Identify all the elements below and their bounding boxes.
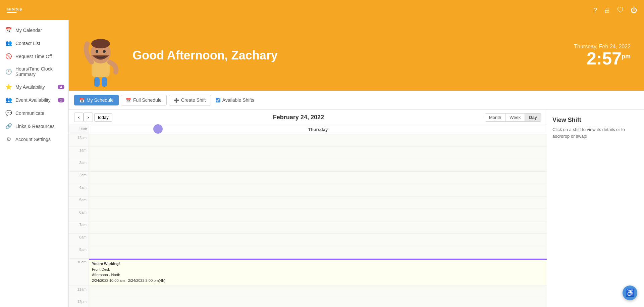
- calendar-date-title: February 24, 2022: [112, 114, 485, 121]
- create-shift-tab-icon: ➕: [174, 98, 179, 103]
- sidebar-item-my-calendar[interactable]: 📅 My Calendar: [0, 24, 68, 37]
- cal-cell-6am[interactable]: [89, 209, 547, 221]
- time-label-6am: 6am: [69, 209, 89, 221]
- cal-row-8am: 8am: [69, 234, 547, 246]
- sidebar-item-event-availability[interactable]: 👥 Event Availability 1: [0, 93, 68, 106]
- cal-cell-2am[interactable]: [89, 159, 547, 171]
- cal-cell-5am[interactable]: [89, 196, 547, 209]
- cal-cell-12am[interactable]: [89, 134, 547, 146]
- sidebar-item-my-availability[interactable]: ⭐ My Availability 4: [0, 80, 68, 93]
- calendar-toolbar: ‹ › today February 24, 2022 Month Week D…: [69, 110, 547, 125]
- svg-point-5: [103, 50, 106, 53]
- sidebar-item-communicate[interactable]: 💬 Communicate: [0, 106, 68, 120]
- help-icon[interactable]: ?: [593, 6, 597, 14]
- cal-row-6am: 6am: [69, 209, 547, 221]
- sidebar-label-event-availability: Event Availability: [15, 97, 51, 103]
- calendar-grid: Time Thursday 12am1am2am3am4am5am6am7am8…: [69, 125, 547, 307]
- svg-point-4: [96, 50, 98, 53]
- print-icon[interactable]: 🖨: [604, 6, 610, 14]
- time-label-5am: 5am: [69, 196, 89, 209]
- available-shifts-toggle[interactable]: Available Shifts: [216, 97, 254, 103]
- cal-row-7am: 7am: [69, 221, 547, 234]
- full-schedule-tab-icon: 📅: [126, 98, 131, 103]
- sidebar-item-account-settings[interactable]: ⚙ Account Settings: [0, 133, 68, 146]
- cal-cell-10am[interactable]: You're Working! Front Desk Afternoon - N…: [89, 259, 547, 286]
- calendar-body: 12am1am2am3am4am5am6am7am8am9am10am You'…: [69, 134, 547, 307]
- cal-cell-11am[interactable]: [89, 286, 547, 298]
- tab-create-shift-label: Create Shift: [181, 97, 206, 103]
- view-day-button[interactable]: Day: [525, 114, 541, 121]
- logo-underline: [7, 12, 17, 13]
- tab-my-schedule[interactable]: 📅 My Schedule: [74, 95, 119, 105]
- contact-list-icon: 👥: [5, 40, 12, 46]
- shift-block[interactable]: You're Working! Front Desk Afternoon - N…: [89, 259, 547, 286]
- schedule-section: 📅 My Schedule 📅 Full Schedule ➕ Create S…: [69, 91, 644, 307]
- sidebar-item-hours-time-clock[interactable]: 🕐 Hours/Time Clock Summary: [0, 63, 68, 80]
- tab-full-schedule[interactable]: 📅 Full Schedule: [121, 95, 167, 105]
- banner: Good Afternoon, Zachary Thursday, Feb 24…: [69, 20, 644, 91]
- calendar-main: ‹ › today February 24, 2022 Month Week D…: [69, 110, 547, 307]
- tab-full-schedule-label: Full Schedule: [133, 97, 162, 103]
- banner-datetime: Thursday, Feb 24, 2022 2:57pm: [574, 44, 631, 67]
- time-label-7am: 7am: [69, 221, 89, 233]
- next-button[interactable]: ›: [84, 113, 93, 122]
- time-label-9am: 9am: [69, 246, 89, 258]
- cal-cell-12pm[interactable]: [89, 298, 547, 307]
- sidebar-item-contact-list[interactable]: 👥 Contact List: [0, 37, 68, 50]
- layout: 📅 My Calendar 👥 Contact List 🚫 Request T…: [0, 20, 644, 307]
- sidebar-item-request-time-off[interactable]: 🚫 Request Time Off: [0, 50, 68, 63]
- links-icon: 🔗: [5, 123, 12, 129]
- shift-location: Afternoon - North: [92, 272, 544, 278]
- shift-working-label: You're Working!: [92, 261, 544, 267]
- event-badge: 1: [58, 98, 64, 102]
- logo: subitup: [7, 7, 22, 13]
- sidebar-item-links-resources[interactable]: 🔗 Links & Resources: [0, 120, 68, 133]
- calendar-area: ‹ › today February 24, 2022 Month Week D…: [69, 110, 644, 307]
- time-label-2am: 2am: [69, 159, 89, 171]
- calendar-icon: 📅: [5, 27, 12, 33]
- cal-cell-3am[interactable]: [89, 172, 547, 184]
- sidebar-label-my-calendar: My Calendar: [15, 28, 42, 33]
- sidebar-label-hours-time-clock: Hours/Time Clock Summary: [15, 66, 63, 77]
- prev-button[interactable]: ‹: [74, 113, 84, 122]
- time-label-12am: 12am: [69, 134, 89, 146]
- cal-row-1am: 1am: [69, 147, 547, 159]
- day-header: Thursday: [89, 125, 547, 134]
- shift-position: Front Desk: [92, 267, 544, 272]
- svg-rect-7: [102, 77, 107, 87]
- my-schedule-tab-icon: 📅: [79, 98, 85, 103]
- view-month-button[interactable]: Month: [485, 114, 505, 121]
- cal-cell-9am[interactable]: [89, 246, 547, 258]
- time-header: Time: [69, 125, 89, 134]
- view-buttons: Month Week Day: [485, 113, 541, 122]
- accessibility-button[interactable]: ♿: [623, 286, 637, 300]
- cal-row-4am: 4am: [69, 184, 547, 196]
- cal-row-3am: 3am: [69, 172, 547, 184]
- today-button[interactable]: today: [94, 113, 112, 122]
- available-shifts-checkbox[interactable]: [216, 98, 220, 102]
- banner-time: 2:57pm: [574, 50, 631, 67]
- power-icon[interactable]: ⏻: [631, 6, 637, 14]
- cal-cell-7am[interactable]: [89, 221, 547, 233]
- cal-cell-8am[interactable]: [89, 234, 547, 246]
- shift-time-range: 2/24/2022 10:00 am - 2/24/2022 2:00 pm(4…: [92, 278, 544, 283]
- time-label-10am: 10am: [69, 259, 89, 286]
- time-label-12pm: 12pm: [69, 298, 89, 307]
- cal-cell-4am[interactable]: [89, 184, 547, 196]
- logo-text: subitup: [7, 7, 22, 11]
- time-label-8am: 8am: [69, 234, 89, 246]
- view-shift-title: View Shift: [552, 117, 639, 124]
- sidebar-label-contact-list: Contact List: [15, 41, 40, 46]
- cal-row-5am: 5am: [69, 196, 547, 209]
- clock-icon: 🕐: [5, 69, 12, 75]
- time-off-icon: 🚫: [5, 53, 12, 59]
- sidebar: 📅 My Calendar 👥 Contact List 🚫 Request T…: [0, 20, 69, 307]
- view-week-button[interactable]: Week: [505, 114, 525, 121]
- topbar: subitup ? 🖨 🛡 ⏻: [0, 0, 644, 20]
- schedule-tabs: 📅 My Schedule 📅 Full Schedule ➕ Create S…: [69, 91, 644, 110]
- cal-cell-1am[interactable]: [89, 147, 547, 159]
- shield-icon[interactable]: 🛡: [617, 6, 624, 14]
- time-label-4am: 4am: [69, 184, 89, 196]
- tab-create-shift[interactable]: ➕ Create Shift: [169, 95, 211, 105]
- accessibility-icon: ♿: [626, 289, 635, 297]
